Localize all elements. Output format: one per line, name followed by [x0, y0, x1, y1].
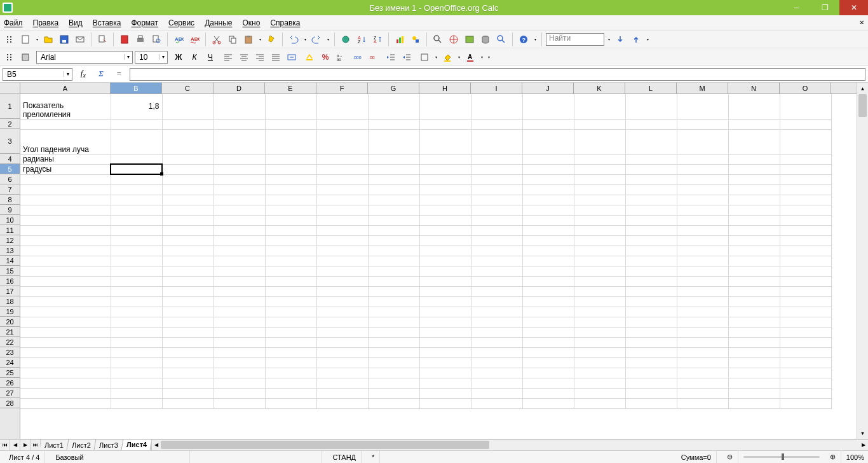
cell-N27[interactable] [728, 388, 780, 398]
cell-A5[interactable]: градусы [20, 164, 111, 174]
edit-file-button[interactable] [95, 32, 109, 46]
cell-I16[interactable] [471, 276, 522, 286]
cell-F6[interactable] [316, 174, 368, 184]
cell-D4[interactable] [214, 154, 265, 164]
row-header-28[interactable]: 28 [0, 398, 20, 408]
zoom-in-button[interactable]: ⊕ [825, 451, 841, 463]
menu-data[interactable]: Данные [205, 18, 232, 27]
cell-H1[interactable] [419, 94, 471, 119]
cell-F15[interactable] [316, 266, 368, 276]
cell-D21[interactable] [214, 327, 265, 337]
cell-I4[interactable] [471, 154, 522, 164]
row-header-20[interactable]: 20 [0, 317, 20, 327]
cell-O28[interactable] [780, 398, 831, 408]
column-header-A[interactable]: A [20, 83, 111, 93]
sheet-tab-Лист4[interactable]: Лист4 [122, 439, 153, 450]
cell-N17[interactable] [728, 286, 780, 296]
cell-N14[interactable] [728, 256, 780, 266]
bgcolor-dropdown[interactable]: ▾ [456, 50, 461, 64]
cell-B5[interactable] [111, 164, 162, 174]
cell-I23[interactable] [471, 347, 522, 357]
cell-C15[interactable] [162, 266, 214, 276]
cell-D11[interactable] [214, 225, 265, 235]
cell-H19[interactable] [419, 307, 471, 317]
cell-K17[interactable] [574, 286, 625, 296]
cell-H17[interactable] [419, 286, 471, 296]
cell-G6[interactable] [368, 174, 419, 184]
tab-last-button[interactable]: ⏭ [31, 439, 41, 450]
cell-G24[interactable] [368, 357, 419, 368]
cell-K23[interactable] [574, 347, 625, 357]
cell-L23[interactable] [625, 347, 677, 357]
cell-L3[interactable] [625, 129, 677, 154]
increase-indent-button[interactable] [400, 50, 414, 64]
row-header-19[interactable]: 19 [0, 307, 20, 317]
cell-N2[interactable] [728, 119, 780, 129]
cell-H20[interactable] [419, 317, 471, 327]
undo-button[interactable] [287, 32, 301, 46]
cell-N9[interactable] [728, 205, 780, 215]
cell-K9[interactable] [574, 205, 625, 215]
row-header-1[interactable]: 1 [0, 94, 20, 119]
cell-E23[interactable] [265, 347, 316, 357]
cell-J19[interactable] [522, 307, 574, 317]
cell-E28[interactable] [265, 398, 316, 408]
cell-M3[interactable] [677, 129, 728, 154]
cell-H14[interactable] [419, 256, 471, 266]
cell-L28[interactable] [625, 398, 677, 408]
zoom-value[interactable]: 100% [846, 453, 864, 461]
cell-E5[interactable] [265, 164, 316, 174]
cell-B12[interactable] [111, 235, 162, 245]
cell-H13[interactable] [419, 245, 471, 256]
cell-G26[interactable] [368, 378, 419, 388]
cell-B9[interactable] [111, 205, 162, 215]
cell-F8[interactable] [316, 195, 368, 205]
cell-C1[interactable] [162, 94, 214, 119]
column-header-F[interactable]: F [316, 83, 368, 93]
cell-B8[interactable] [111, 195, 162, 205]
cell-G18[interactable] [368, 296, 419, 307]
cell-J11[interactable] [522, 225, 574, 235]
cell-N23[interactable] [728, 347, 780, 357]
cell-B15[interactable] [111, 266, 162, 276]
cell-L14[interactable] [625, 256, 677, 266]
cell-M18[interactable] [677, 296, 728, 307]
cell-B22[interactable] [111, 337, 162, 347]
cell-N16[interactable] [728, 276, 780, 286]
cell-J16[interactable] [522, 276, 574, 286]
cell-B14[interactable] [111, 256, 162, 266]
cell-H18[interactable] [419, 296, 471, 307]
cell-J2[interactable] [522, 119, 574, 129]
cell-E7[interactable] [265, 184, 316, 195]
cell-A12[interactable] [20, 235, 111, 245]
add-decimal-button[interactable]: .000 [350, 50, 364, 64]
cell-O27[interactable] [780, 388, 831, 398]
cell-M28[interactable] [677, 398, 728, 408]
cell-C17[interactable] [162, 286, 214, 296]
cell-D16[interactable] [214, 276, 265, 286]
merge-cells-button[interactable] [285, 50, 299, 64]
cell-F22[interactable] [316, 337, 368, 347]
cell-C6[interactable] [162, 174, 214, 184]
cell-L9[interactable] [625, 205, 677, 215]
cell-C22[interactable] [162, 337, 214, 347]
cell-N21[interactable] [728, 327, 780, 337]
select-all-corner[interactable] [0, 83, 20, 94]
cell-H10[interactable] [419, 215, 471, 225]
cell-J7[interactable] [522, 184, 574, 195]
styles-button[interactable] [18, 50, 32, 64]
cell-I27[interactable] [471, 388, 522, 398]
row-header-17[interactable]: 17 [0, 286, 20, 296]
cell-F13[interactable] [316, 245, 368, 256]
cell-G25[interactable] [368, 368, 419, 378]
cell-K18[interactable] [574, 296, 625, 307]
cell-D22[interactable] [214, 337, 265, 347]
cell-L5[interactable] [625, 164, 677, 174]
cell-I14[interactable] [471, 256, 522, 266]
cell-O19[interactable] [780, 307, 831, 317]
cell-A4[interactable]: радианы [20, 154, 111, 164]
cell-B6[interactable] [111, 174, 162, 184]
column-header-J[interactable]: J [522, 83, 574, 93]
status-sum[interactable]: Сумма=0 [676, 451, 717, 463]
name-box[interactable]: B5▾ [3, 68, 72, 81]
